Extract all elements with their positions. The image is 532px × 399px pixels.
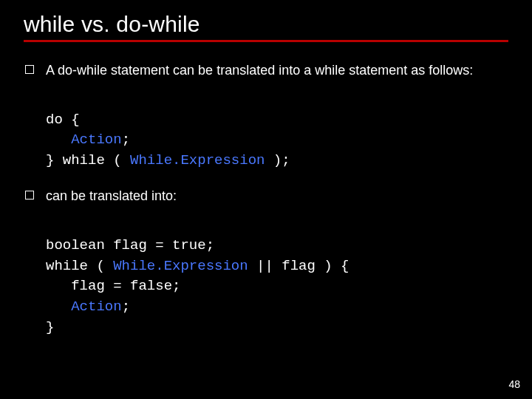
code2-l3: flag = false; xyxy=(46,278,180,294)
code2-action: Action xyxy=(71,299,121,315)
code2-l5: } xyxy=(46,319,54,335)
code2-l1: boolean flag = true; xyxy=(46,237,214,253)
code1-l3c: ); xyxy=(265,152,290,168)
code-block-2: boolean flag = true; while ( While.Expre… xyxy=(46,216,508,338)
title-underline xyxy=(24,40,508,42)
code1-expr: While.Expression xyxy=(130,152,265,168)
square-bullet-icon xyxy=(25,65,34,74)
code1-l2-indent xyxy=(46,132,71,148)
square-bullet-icon xyxy=(25,191,34,200)
code2-l2a: while ( xyxy=(46,258,113,274)
code2-semi2: ; xyxy=(122,299,130,315)
code2-l4-indent xyxy=(46,299,71,315)
slide-title: while vs. do-while xyxy=(24,12,508,37)
code1-l3a: } while ( xyxy=(46,152,130,168)
bullet-text-2: can be translated into: xyxy=(46,187,508,205)
slide-body: A do-while statement can be translated i… xyxy=(24,50,508,338)
code2-l2c: || flag ) { xyxy=(248,258,349,274)
bullet-item-2: can be translated into: xyxy=(25,187,508,205)
code2-expr: While.Expression xyxy=(113,258,248,274)
code1-action: Action xyxy=(71,132,121,148)
code-block-1: do { Action; } while ( While.Expression … xyxy=(46,89,508,171)
code1-l1: do { xyxy=(46,112,80,128)
bullet-item-1: A do-while statement can be translated i… xyxy=(25,61,508,79)
code1-semi1: ; xyxy=(122,132,130,148)
bullet-text-1: A do-while statement can be translated i… xyxy=(46,61,508,79)
slide-number: 48 xyxy=(508,378,520,390)
slide: while vs. do-while A do-while statement … xyxy=(0,0,532,399)
